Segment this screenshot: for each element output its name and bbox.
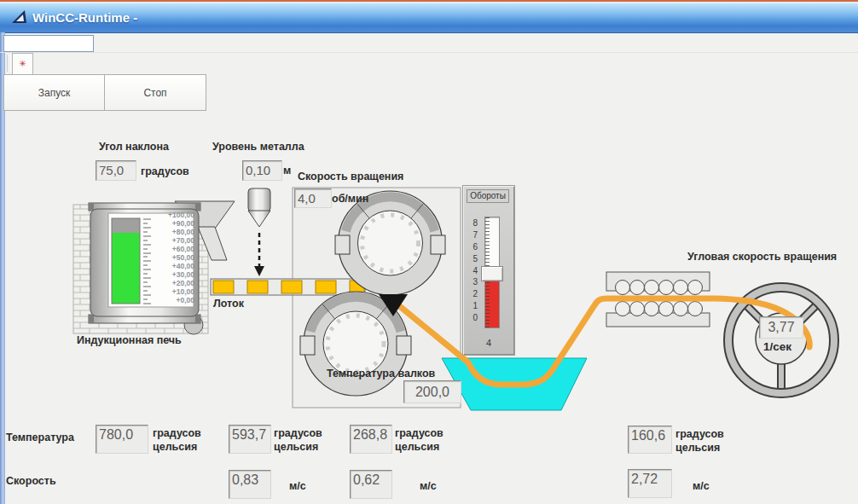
rpm-gauge: Обороты 8 7 6 5 4 3 2 1 0 4 [462, 185, 515, 356]
furnace-level-scale: +100,00 +90,00 +80,00 +70,00 +60,00 +50,… [157, 211, 194, 304]
tray-graphic [211, 279, 365, 295]
rpm-gauge-scale: 8 7 6 5 4 3 2 1 0 [466, 218, 478, 322]
address-input[interactable] [3, 35, 94, 52]
rotation-speed-unit: об/мин [332, 192, 368, 206]
furnace-label: Индукционная печь [77, 334, 182, 346]
rotation-speed-value[interactable]: 4,0 [294, 188, 332, 208]
angular-speed-unit: 1/сек [763, 340, 791, 354]
temperature-value-1[interactable]: 780,0 [96, 425, 148, 454]
tilt-angle-unit: градусов [141, 165, 189, 178]
header-divider [0, 52, 858, 53]
metal-level-label: Уровень металла [212, 141, 304, 153]
speed-value-3[interactable]: 2,72 [628, 469, 672, 498]
pour-arrow [254, 233, 264, 276]
rpm-gauge-slider-handle[interactable] [481, 266, 503, 281]
temperature-row-label: Температура [6, 432, 74, 443]
temperature-value-3[interactable]: 268,8 [350, 425, 392, 454]
rpm-gauge-title: Обороты [467, 189, 509, 203]
speed-value-2[interactable]: 0,62 [350, 470, 392, 499]
runtime-icon: ✳ [19, 59, 26, 68]
window-title: WinCC-Runtime - [32, 10, 137, 25]
speed-unit-3: м/с [693, 479, 710, 493]
temperature-value-2[interactable]: 593,7 [229, 425, 271, 454]
temperature-unit-4: градусов цельсия [675, 427, 724, 455]
start-button[interactable]: Запуск [3, 74, 105, 111]
temperature-unit-3: градусов цельсия [395, 426, 443, 454]
temperature-unit-1: градусов цельсия [153, 426, 201, 454]
wincc-runtime-window: WinCC-Runtime - ✳ Запуск Стоп Угол накло… [0, 0, 858, 504]
temperature-unit-2: градусов цельсия [274, 426, 322, 454]
wincc-logo-icon [10, 9, 29, 27]
angular-speed-value[interactable]: 3,77 [759, 316, 803, 339]
speed-value-1[interactable]: 0,83 [229, 470, 271, 499]
stop-button[interactable]: Стоп [105, 74, 206, 111]
rotation-speed-label: Скорость вращения [298, 171, 403, 182]
casting-nozzle [248, 188, 270, 227]
metal-level-value[interactable]: 0,10 [242, 160, 282, 181]
toolbar-grip [7, 55, 11, 72]
speed-row-label: Скорость [6, 475, 56, 487]
furnace-level-bar [112, 218, 140, 304]
speed-unit-1: м/с [289, 479, 306, 493]
tilt-angle-value[interactable]: 75,0 [96, 160, 136, 181]
angular-speed-label: Угловая скорость вращения [687, 251, 837, 263]
runtime-toolbar-button[interactable]: ✳ [12, 53, 33, 76]
speed-unit-2: м/с [420, 479, 437, 493]
roller-temperature-label: Температура валков [327, 368, 435, 379]
tilt-angle-label: Угол наклона [99, 141, 169, 153]
rpm-gauge-value: 4 [463, 338, 514, 348]
window-titlebar: WinCC-Runtime - [0, 2, 858, 33]
roller-temperature-value[interactable]: 200,0 [403, 380, 461, 403]
tray-label: Лоток [213, 298, 244, 310]
metal-level-unit: м [283, 164, 291, 177]
temperature-value-4[interactable]: 160,6 [628, 426, 672, 454]
